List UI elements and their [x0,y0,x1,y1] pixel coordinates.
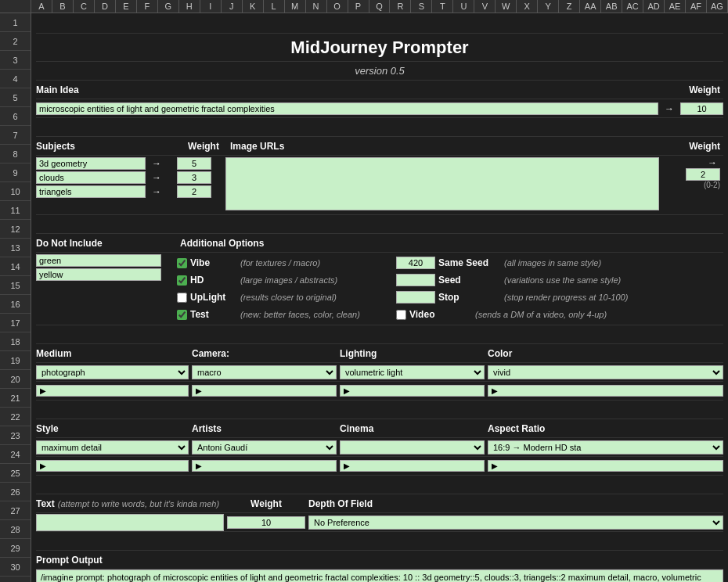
dof-label-col: Depth Of Field [308,498,723,509]
subject-input-2[interactable] [36,185,146,198]
row-18-labels: Medium Camera: Lighting Color [36,344,723,363]
seed-row: Seed (variations use the same style) [396,271,723,289]
text-input[interactable] [36,514,224,531]
artists-select[interactable]: Antoni Gaudí Salvador Dalí Pablo Picasso [192,440,337,454]
subject-input-1[interactable] [36,171,146,184]
col-z: Z [559,0,580,13]
test-row: Test (new: better faces, color, clean) [177,306,396,323]
checkboxes-col: Vibe (for textures / macro) HD (large im… [177,253,396,325]
col-n: N [306,0,327,13]
artists-label-col: Artists [192,423,337,434]
subject-input-0[interactable] [36,157,146,170]
row-6: 6 [0,107,31,126]
depth-of-field-select[interactable]: No Preference Shallow Deep Medium [308,516,723,530]
row-3-version: version 0.5 [36,62,723,81]
medium-play-btn[interactable]: ▶ [36,385,189,397]
color-label-col: Color [488,348,723,359]
main-idea-input[interactable] [36,102,658,115]
subject-weight-2[interactable] [177,185,211,198]
seed-input[interactable] [396,274,435,286]
do-not-include-input-1[interactable] [36,268,161,281]
stop-note: (stop render progress at 10-100) [504,293,628,302]
arrow-1: → [149,172,164,183]
row-3: 3 [0,51,31,70]
test-note: (new: better faces, color, clean) [240,310,360,319]
col-d: D [95,0,116,13]
hd-row: HD (large images / abstracts) [177,271,396,289]
row-2: 2 [0,32,31,51]
grid-body: 1 2 3 4 5 6 7 8 9 10 11 12 13 14 15 16 1… [0,13,728,582]
camera-label: Camera: [192,348,229,359]
col-ad: AD [643,0,665,13]
video-label: Video [409,309,472,320]
text-weight-label: Weight [250,498,282,509]
weight-label-main: Weight [676,84,723,95]
row-25-empty [36,476,723,494]
col-x: X [517,0,538,13]
medium-select[interactable]: photograph painting illustration digital… [36,365,189,379]
cinema-label: Cinema [340,423,373,434]
same-seed-input[interactable] [396,257,435,269]
row-7: 7 [0,126,31,145]
row-21: 21 [0,389,31,408]
camera-select[interactable]: macro wide angle telephoto [192,365,337,379]
prompt-output-textarea[interactable]: /imagine prompt: photograph of microscop… [36,569,723,582]
row-1: 1 [0,13,31,32]
subject-weight-0[interactable] [177,157,211,170]
cinema-select[interactable]: cinematic film noir [340,440,485,454]
text-weight-input[interactable] [227,516,305,529]
lighting-play-btn[interactable]: ▶ [340,385,485,397]
style-label-col: Style [36,423,189,434]
stop-input[interactable] [396,291,435,304]
vibe-label: Vibe [190,257,237,268]
color-select[interactable]: vivid muted monochrome [488,365,723,379]
row-11-empty [36,215,723,234]
subject-row-1: → [36,171,177,184]
text-label-col: Text (attempt to write words, but it's k… [36,498,224,509]
camera-label-col: Camera: [192,348,337,359]
image-weight-input[interactable] [686,168,720,181]
text-weight-label-col: Weight [227,498,305,509]
row-31: 31 [0,577,31,582]
row-18: 18 [0,332,31,351]
aspect-ratio-play-btn[interactable]: ▶ [488,460,723,472]
row-26-labels: Text (attempt to write words, but it's k… [36,494,723,513]
row-28: 28 [0,520,31,539]
weight-label-images: Weight [689,141,720,152]
color-play-btn[interactable]: ▶ [488,385,723,397]
app-title: MidJourney Prompter [290,38,468,58]
row-7-section-labels: Subjects Weight Image URLs Weight [36,137,723,156]
depth-of-field-label: Depth Of Field [308,498,373,509]
arrow-2: → [149,186,164,197]
main-idea-weight-input[interactable] [680,102,723,115]
video-checkbox[interactable] [396,310,406,320]
row-30: 30 [0,558,31,577]
cinema-play-btn[interactable]: ▶ [340,460,485,472]
aspect-ratio-label: Aspect Ratio [488,423,545,434]
style-select[interactable]: maximum detail minimal abstract [36,440,189,454]
test-checkbox[interactable] [177,310,187,320]
text-note: (attempt to write words, but it's kinda … [58,499,219,508]
row-16: 16 [0,295,31,314]
row-numbers: 1 2 3 4 5 6 7 8 9 10 11 12 13 14 15 16 1… [0,13,31,582]
aspect-ratio-select[interactable]: 16:9 → Modern HD sta 1:1 → Square 4:3 → … [488,440,723,454]
column-headers: A B C D E F G H I J K L M N O P Q R S T … [0,0,728,13]
weight-col-label: Weight [180,141,227,152]
vibe-checkbox[interactable] [177,258,187,268]
camera-play-btn[interactable]: ▶ [192,385,337,397]
uplight-checkbox[interactable] [177,293,187,303]
subject-row-2: → [36,185,177,198]
lighting-select[interactable]: volumetric light natural studio [340,365,485,379]
cinema-label-col: Cinema [340,423,485,434]
row-19: 19 [0,351,31,370]
row-13: 13 [0,239,31,257]
style-play-btn[interactable]: ▶ [36,460,189,472]
aspect-ratio-label-col: Aspect Ratio [488,423,723,434]
do-not-include-input-0[interactable] [36,254,161,267]
artists-play-btn[interactable]: ▶ [192,460,337,472]
subject-weight-1[interactable] [177,171,211,184]
row-5: 5 [0,88,31,107]
corner-cell [0,0,31,13]
hd-checkbox[interactable] [177,275,187,286]
image-urls-input[interactable] [225,157,659,210]
